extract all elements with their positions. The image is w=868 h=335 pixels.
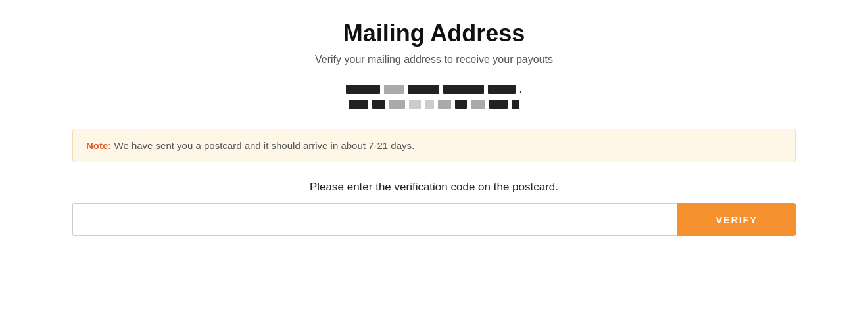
- note-label: Note:: [86, 140, 111, 151]
- verification-code-input[interactable]: [72, 203, 677, 236]
- note-box: Note: We have sent you a postcard and it…: [72, 129, 796, 162]
- verify-row: VERIFY: [72, 203, 796, 236]
- address-line-1: .: [346, 84, 522, 95]
- page-subtitle: Verify your mailing address to receive y…: [315, 54, 553, 66]
- address-line-2: [349, 100, 519, 109]
- verify-label: Please enter the verification code on th…: [310, 181, 558, 194]
- redacted-address: .: [346, 84, 522, 109]
- page-title: Mailing Address: [343, 20, 525, 47]
- verify-button[interactable]: VERIFY: [677, 203, 796, 236]
- note-text: We have sent you a postcard and it shoul…: [111, 140, 414, 151]
